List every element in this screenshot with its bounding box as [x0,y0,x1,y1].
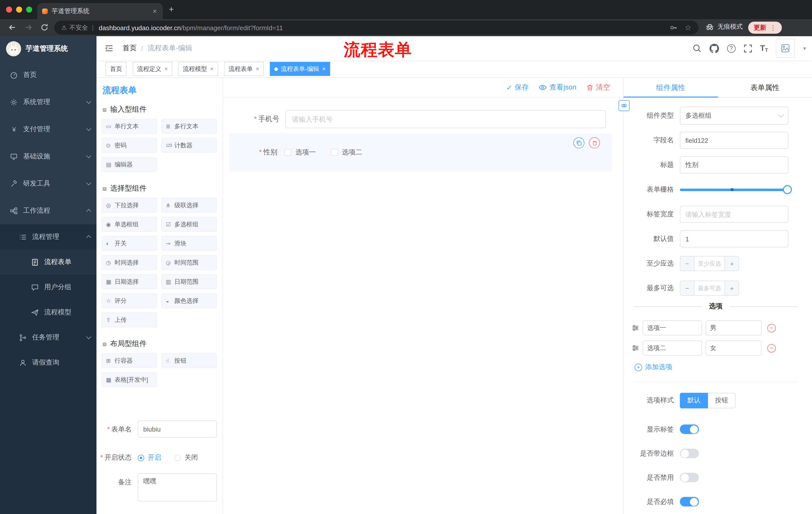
fullscreen-icon[interactable] [744,44,752,53]
style-button-button[interactable]: 按钮 [708,393,736,408]
palette-item-counter[interactable]: 123计数器 [161,138,217,153]
field-name-input[interactable] [680,132,788,149]
drag-handle-icon[interactable] [632,324,639,331]
sidebar-item-leave-query[interactable]: 请假查询 [0,350,96,375]
palette-item-color-picker[interactable]: ◒颜色选择 [161,293,217,308]
search-icon[interactable] [692,44,701,53]
component-type-select[interactable]: 多选框组 [680,107,788,125]
increase-button[interactable]: + [725,281,738,295]
tag-close-icon[interactable]: × [322,65,326,73]
form-name-input[interactable] [138,421,217,437]
tag-process-definition[interactable]: 流程定义 × [133,62,172,76]
clear-button[interactable]: 清空 [586,83,610,92]
tag-process-form[interactable]: 流程表单 × [224,62,264,76]
palette-item-editor[interactable]: ▤编辑器 [102,157,157,172]
sidebar-item-task-management[interactable]: 任务管理 [0,325,96,350]
palette-item-select[interactable]: ◎下拉选择 [102,198,157,213]
slider-handle[interactable] [783,185,792,194]
window-zoom-button[interactable] [26,6,32,12]
palette-item-switch[interactable]: ◐开关 [102,236,157,251]
checkbox-icon[interactable] [331,149,338,156]
help-icon[interactable]: ? [727,44,735,53]
tab-component-props[interactable]: 组件属性 [624,78,718,97]
max-select-input[interactable] [694,281,725,295]
copy-component-button[interactable] [573,137,584,148]
save-button[interactable]: ✓ 保存 [506,83,529,92]
min-select-input[interactable] [694,256,725,271]
decrease-button[interactable]: − [680,281,694,295]
required-toggle[interactable] [680,497,699,507]
github-icon[interactable] [709,44,719,53]
gender-option-2[interactable]: 选项二 [331,148,362,157]
tag-close-icon[interactable]: × [256,65,259,73]
window-minimize-button[interactable] [16,6,22,12]
palette-item-rate[interactable]: ☆评分 [102,293,157,308]
panel-link-handle[interactable] [618,100,630,111]
tag-close-icon[interactable]: × [164,65,168,73]
disabled-toggle[interactable] [680,473,699,482]
palette-item-time-range[interactable]: ◶时间范围 [161,255,217,270]
tag-process-form-edit[interactable]: 流程表单-编辑 × [270,62,330,76]
back-icon[interactable] [8,23,17,32]
palette-item-upload[interactable]: ⇧上传 [102,312,157,327]
palette-item-row-container[interactable]: ⊞行容器 [102,353,157,368]
style-default-button[interactable]: 默认 [680,393,708,408]
forward-icon[interactable] [24,23,33,32]
sidebar-item-payment[interactable]: ¥ 支付管理 [0,116,96,143]
add-option-button[interactable]: + 添加选项 [635,362,812,372]
palette-item-slider[interactable]: ⊸滑块 [161,236,217,251]
palette-item-date-picker[interactable]: ▦日期选择 [102,274,157,289]
canvas-field-gender-selected[interactable]: *性别 选项一 选项二 [229,133,612,171]
palette-item-radio-group[interactable]: ◉单选框组 [102,217,157,232]
view-json-button[interactable]: 查看json [539,83,576,92]
avatar-dropdown-caret-icon[interactable]: ▾ [803,45,806,52]
reload-icon[interactable] [40,23,49,32]
form-grid-slider[interactable] [680,181,788,198]
browser-menu-icon[interactable]: ⋮ [770,24,776,31]
increase-button[interactable]: + [725,256,738,271]
tag-close-icon[interactable]: × [210,65,213,73]
checkbox-icon[interactable] [284,149,291,156]
palette-item-time-picker[interactable]: ◷时间选择 [102,255,157,270]
palette-item-password[interactable]: ⊙密码 [102,138,157,153]
option-label-input[interactable] [643,320,702,335]
sidebar-collapse-icon[interactable] [105,44,114,52]
option-value-input[interactable] [705,320,762,335]
font-size-icon[interactable]: TT [760,44,768,53]
remove-option-button[interactable]: − [767,344,776,352]
palette-item-checkbox-group[interactable]: ☑多选框组 [161,217,217,232]
palette-item-multi-text[interactable]: ≣多行文本 [161,119,217,134]
sidebar-item-process-model[interactable]: 流程模型 [0,300,96,325]
sidebar-item-workflow[interactable]: 工作流程 [0,197,96,224]
security-label[interactable]: 不安全 [69,23,88,32]
tab-close-icon[interactable]: × [152,7,158,15]
browser-tab[interactable]: 芋道管理系统 × [37,3,163,19]
form-remark-textarea[interactable]: 嘿嘿 [138,473,217,502]
new-tab-button[interactable]: + [169,4,174,15]
sidebar-item-devtools[interactable]: 研发工具 [0,170,96,197]
slider-track[interactable] [680,188,788,191]
phone-input[interactable] [285,110,606,128]
palette-item-cascader[interactable]: ⋔级联选择 [161,198,217,213]
decrease-button[interactable]: − [680,256,694,271]
label-width-input[interactable] [680,206,788,223]
password-key-icon[interactable] [670,24,677,31]
url-bar[interactable]: ⚠ 不安全 | dashboard.yudao.iocoder.cn/bpm/m… [54,21,698,35]
tag-process-model[interactable]: 流程模型 × [178,62,218,76]
status-off-radio[interactable]: 关闭 [174,453,198,462]
sidebar-item-process-management[interactable]: 流程管理 [0,224,96,249]
tab-form-props[interactable]: 表单属性 [718,78,812,97]
palette-item-date-range[interactable]: ▥日期范围 [161,274,217,289]
canvas-field-phone[interactable]: *手机号 [223,110,623,128]
palette-item-single-text[interactable]: ▭单行文本 [102,119,157,134]
remove-option-button[interactable]: − [767,324,776,332]
status-on-radio[interactable]: 开启 [138,453,161,462]
sidebar-item-system[interactable]: 系统管理 [0,88,96,116]
gender-option-1[interactable]: 选项一 [284,148,316,157]
delete-component-button[interactable] [589,137,600,148]
palette-item-button[interactable]: ☝按钮 [161,353,217,368]
sidebar-item-process-form[interactable]: 流程表单 [0,249,96,275]
option-value-input[interactable] [705,341,762,356]
default-value-input[interactable] [680,231,788,247]
browser-update-button[interactable]: 更新 ⋮ [748,22,782,34]
